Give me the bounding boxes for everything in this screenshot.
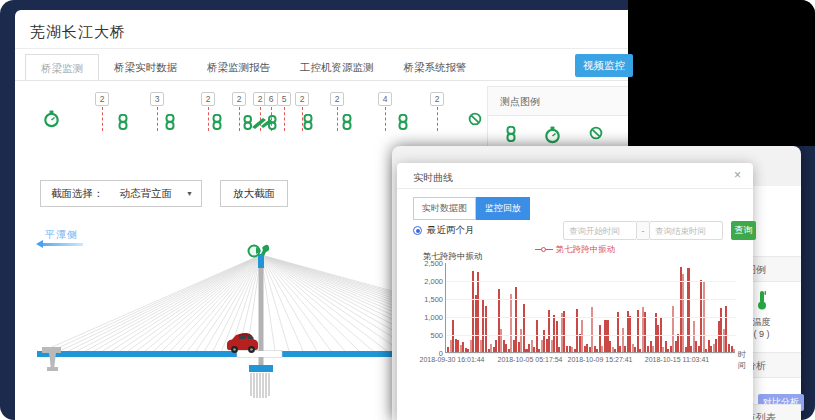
sensor-dashed-line — [337, 107, 338, 131]
sensor-count-badge: 2 — [232, 92, 246, 106]
chain-icon[interactable] — [118, 114, 128, 134]
sensor-count-badge: 3 — [150, 92, 164, 106]
x-axis-tick-label: 2018-10-15 11:03:41 — [645, 356, 709, 363]
video-monitor-button[interactable]: 视频监控 — [575, 54, 633, 77]
section-select-combo: 截面选择： 动态背立面 ▼ — [40, 180, 202, 207]
chain-icon[interactable] — [398, 114, 408, 134]
chart-x-axis-title: 时间 — [738, 349, 753, 371]
tower-foundation-hatch — [251, 373, 269, 398]
legend-panel-title: 测点图例 — [488, 86, 628, 116]
modal-header: 实时曲线 × — [397, 163, 753, 189]
sensor-count-badge: 2 — [295, 92, 309, 106]
sensor-dashed-line — [284, 107, 285, 131]
sensor-count-badge: 4 — [378, 92, 392, 106]
noentry-icon[interactable] — [468, 112, 482, 130]
page-title: 芜湖长江大桥 — [30, 23, 126, 42]
gridline — [446, 299, 736, 300]
y-axis-tick-label: 500 — [430, 331, 443, 340]
last-two-months-radio[interactable]: 最近两个月 — [413, 224, 475, 237]
sensor-count-badge: 2 — [430, 92, 444, 106]
chain-icon[interactable] — [342, 114, 352, 134]
main-tab-0[interactable]: 桥梁监测 — [25, 54, 99, 81]
bridge-deck-gap — [237, 351, 282, 358]
x-axis-tick-label: 2018-10-09 15:27:41 — [568, 356, 633, 363]
section-select-dropdown[interactable]: 动态背立面 ▼ — [112, 181, 201, 206]
y-axis-tick-label: 2,000 — [424, 277, 443, 286]
section-select-row: 截面选择： 动态背立面 ▼ 放大截面 — [40, 180, 288, 207]
chain-icon[interactable] — [303, 114, 313, 134]
y-axis-tick-label: 2,500 — [424, 259, 443, 268]
sensor-dashed-line — [208, 107, 209, 131]
sensor-count-badge: 2 — [201, 92, 215, 106]
sensor-dashed-line — [102, 107, 103, 131]
gridline — [446, 281, 736, 282]
chart-bar — [682, 274, 684, 352]
gauge-icon — [544, 126, 561, 148]
bridge-left-pier — [42, 347, 61, 371]
gauge-icon[interactable] — [43, 110, 60, 132]
cluster-icon[interactable] — [243, 114, 277, 135]
gridline — [446, 353, 736, 354]
y-axis-tick-label: 1,500 — [424, 295, 443, 304]
backdrop-black-panel — [628, 0, 815, 146]
sensor-count-badge: 2 — [95, 92, 109, 106]
sensor-dashed-line — [239, 107, 240, 131]
sensor-count-badge: 2 — [330, 92, 344, 106]
close-icon[interactable]: × — [734, 169, 741, 181]
modal-filter-row: 最近两个月 - 查询 — [413, 221, 737, 241]
tabbar-divider — [15, 80, 628, 81]
gridline — [446, 317, 736, 318]
radio-label: 最近两个月 — [427, 224, 475, 237]
chart-bar — [733, 349, 735, 352]
query-start-time-input[interactable] — [563, 221, 637, 240]
x-axis-tick-label: 2018-10-05 05:17:54 — [498, 356, 563, 363]
section-select-value: 动态背立面 — [120, 187, 173, 201]
main-tab-4[interactable]: 桥梁系统报警 — [389, 54, 482, 81]
sensor-count-badge: 6 — [264, 92, 278, 106]
tower-top-sensor-icons — [249, 245, 270, 257]
modal-tab-1[interactable]: 监控回放 — [476, 197, 530, 220]
sensor-strip: 23222652242 — [15, 88, 495, 148]
chart-plot-area — [445, 263, 735, 353]
realtime-curve-modal: 实时曲线 × 实时数据图监控回放 最近两个月 - 查询 第七跨跨中振动 第七跨跨… — [397, 163, 753, 420]
modal-tab-0[interactable]: 实时数据图 — [413, 197, 476, 220]
query-end-time-input[interactable] — [649, 221, 723, 240]
sensor-count-badge: 5 — [277, 92, 291, 106]
legend-line-marker-icon — [535, 246, 553, 253]
gridline — [446, 335, 736, 336]
main-tab-2[interactable]: 桥梁监测报告 — [192, 54, 285, 81]
main-tab-3[interactable]: 工控机资源监测 — [285, 54, 389, 81]
chain-icon[interactable] — [165, 114, 175, 134]
legend-panel-icons — [488, 116, 628, 148]
modal-tabbar: 实时数据图监控回放 — [413, 197, 530, 220]
thermometer-icon — [756, 290, 768, 310]
page-background: 芜湖长江大桥 桥梁监测桥梁实时数据桥梁监测报告工控机资源监测桥梁系统报警 视频监… — [0, 0, 815, 420]
section-select-label: 截面选择： — [41, 187, 112, 201]
date-range-separator: - — [637, 221, 649, 240]
main-tabbar: 桥梁监测桥梁实时数据桥梁监测报告工控机资源监测桥梁系统报警 — [25, 54, 482, 81]
query-button[interactable]: 查询 — [731, 221, 756, 240]
y-axis-tick-label: 1,000 — [424, 313, 443, 322]
modal-title: 实时曲线 — [413, 171, 453, 185]
noentry-icon — [589, 126, 603, 148]
sensor-dashed-line — [385, 107, 386, 131]
enlarge-section-button[interactable]: 放大截面 — [220, 180, 288, 207]
chain-icon — [506, 126, 516, 148]
x-axis-tick-label: 2018-09-30 16:01:44 — [420, 356, 485, 363]
chevron-down-icon: ▼ — [186, 190, 193, 197]
radio-dot-icon — [413, 226, 422, 235]
chart-bars — [447, 262, 735, 352]
title-divider — [15, 48, 628, 49]
chart-bar — [523, 304, 525, 352]
car — [227, 333, 258, 353]
chain-icon[interactable] — [212, 114, 222, 134]
sensor-dashed-line — [157, 107, 158, 131]
chart-bar — [485, 306, 487, 352]
sensor-dashed-line — [437, 107, 438, 131]
main-tab-1[interactable]: 桥梁实时数据 — [99, 54, 192, 81]
legend-label: 第七跨跨中振动 — [556, 244, 616, 254]
